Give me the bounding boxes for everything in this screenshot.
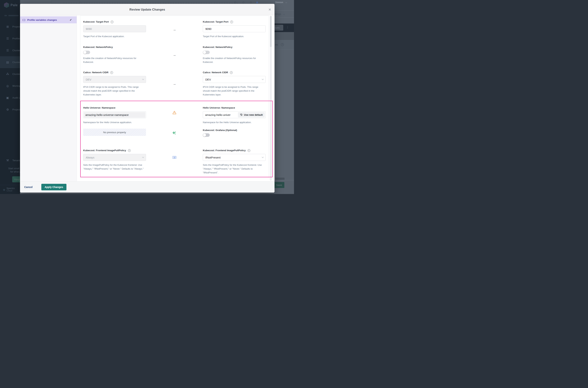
row-label: es [275,43,278,46]
stack-icon: ☰ [6,49,9,52]
field-label: Kubecost: NetworkPolicy [83,46,146,49]
network-cidr-new-select[interactable]: DEV [203,76,266,83]
nav-item-profile-variables-changes[interactable]: { } Profile variables changes ✓ [20,16,77,23]
field-label: Kubecost: Frontend ImagePullPolicy i [203,149,266,152]
nav-item-label: Profile variables changes [27,19,68,21]
field-help: Sets the ImagePullPolicy for the Kubecos… [203,163,266,174]
chevron-down-icon [262,78,264,80]
modal-body: { } Profile variables changes ✓ Kubecost… [20,15,274,181]
cancel-button[interactable]: Cancel [24,186,33,189]
app-switcher-icon[interactable] [256,2,258,3]
modal-side-nav: { } Profile variables changes ✓ [20,15,77,181]
network-policy-old-toggle[interactable] [83,51,90,54]
info-icon[interactable]: i [248,149,250,152]
projects-icon: ⊞ [6,25,9,28]
input-value: 9090 [86,27,92,30]
info-icon[interactable]: i [111,21,113,23]
user-name: Simion [275,1,283,4]
chevron-down-icon [142,78,144,80]
select-value: IfNotPresent [205,156,221,159]
arrow-right-icon: → [173,53,176,57]
sparkles-icon [172,131,177,136]
row-image-pull-policy: Kubecost: Frontend ImagePullPolicy i Alw… [83,149,266,174]
table-row: es ? [274,40,294,49]
sidebar-item-label: Tenant [12,159,20,162]
diff-count-badge: 12 [172,156,176,159]
grafana-toggle[interactable] [203,133,210,137]
modal-header: Review Update Changes ✕ [20,4,274,15]
user-menu[interactable]: Simion [275,1,287,4]
kebab-menu-icon[interactable]: ⋮ [286,25,289,29]
topbar-text-remnants [64,2,238,4]
palette-logo-text: Pale [11,3,18,7]
field-label: Calico: Network CIDR i [203,71,266,74]
info-icon[interactable]: i [230,71,233,74]
palette-logo: Pale [4,2,18,8]
field-help: IPV4 CIDR range to be assigned to Pods. … [83,85,146,97]
modal-footer: Cancel Apply Changes [20,181,274,193]
app-root: Pale ⊞ Project ☰ Profiles ☰ Cluster ▤ Cl… [0,0,294,194]
select-value: DEV [205,78,211,81]
namespace-old-input[interactable]: amazing-hello-universe-namespace [83,111,146,118]
tab-label: lues [275,26,280,29]
input-value: 9090 [205,27,211,30]
select-value: Always [86,156,94,159]
use-new-default-button[interactable]: Use new default [238,112,265,118]
field-help: Sets the ImagePullPolicy for the Kubecos… [83,163,146,171]
target-port-old-input[interactable]: 9090 [83,25,146,32]
field-label-text: Kubecost: Frontend ImagePullPolicy [83,149,126,152]
sidebar-divider [0,185,20,185]
sidebar-nav: ⊞ Project ☰ Profiles ☰ Cluster ▤ Cluster… [0,21,20,116]
field-label-text: Kubecost: NetworkPolicy [203,46,232,49]
save-button[interactable]: Save [274,182,284,188]
network-cidr-old-select[interactable]: DEV [83,76,146,83]
close-icon[interactable]: ✕ [268,8,271,11]
field-label: Kubecost: Frontend ImagePullPolicy i [83,149,146,152]
field-help: Target Port of the Kubecost application. [203,34,266,38]
app-sidebar: Pale ⊞ Project ☰ Profiles ☰ Cluster ▤ Cl… [0,0,20,194]
field-label-text: Kubecost: Target Port [203,20,228,24]
namespace-new-input[interactable]: amazing-hello-univer Use new default [203,111,266,118]
info-icon[interactable]: i [230,21,233,23]
field-help: Namespace for the Hello Universe applica… [83,121,146,124]
stack-icon: ☰ [6,37,9,40]
save-button-label: Save [276,184,282,187]
field-label-text: Hello Universe: Namespace [203,106,235,109]
field-label-text: Kubecost: Frontend ImagePullPolicy [203,149,246,152]
server-list-icon: ▤ [6,60,9,64]
apply-changes-button[interactable]: Apply Changes [41,184,67,190]
spectro-cloud-logo: ◆ Spectro Cloud [3,187,15,192]
field-label-text: Kubecost: Target Port [83,20,109,24]
no-previous-property-box: No previous property [83,129,146,136]
field-help: Target Port of the Kubecost application. [83,34,146,38]
upgrade-button-label: Upgr [14,178,20,181]
sidebar-item-label: Project [12,108,20,111]
network-policy-new-toggle[interactable] [203,51,210,54]
bell-icon[interactable] [234,1,236,3]
changes-comparison-panel: Kubecost: Target Port i 9090 Target Port… [80,16,269,178]
field-label-text: Calico: Network CIDR [203,71,228,74]
field-label: Kubecost: NetworkPolicy [203,46,266,49]
help-circle-icon[interactable] [250,1,252,3]
audit-icon: ▣ [6,96,9,99]
sidebar-item-label: Worksp [12,85,21,87]
field-label: Kubecost: Target Port i [83,20,146,24]
alert-icon[interactable] [243,1,244,3]
target-port-new-input[interactable]: 9090 [203,25,266,32]
modal-scrollbar-thumb[interactable] [270,16,271,47]
field-label-text: Kubecost: NetworkPolicy [83,46,113,49]
chevron-down-icon [283,13,285,15]
image-pull-policy-new-select[interactable]: IfNotPresent [203,154,266,161]
settings-label: ttings [275,13,281,16]
workspace-icon: ◎ [6,84,9,88]
field-help: Namespace for the Hello Universe applica… [203,121,266,124]
no-previous-property-text: No previous property [103,131,126,134]
image-pull-policy-old-select[interactable]: Always [83,154,146,161]
palette-logo-icon [4,2,9,8]
question-circle-icon: ? [281,43,284,46]
info-icon[interactable]: i [110,71,113,74]
modal-scrollbar-track[interactable] [270,16,272,181]
info-icon[interactable]: i [128,149,131,152]
table-header-band [274,32,294,40]
chevron-down-icon [285,1,287,3]
